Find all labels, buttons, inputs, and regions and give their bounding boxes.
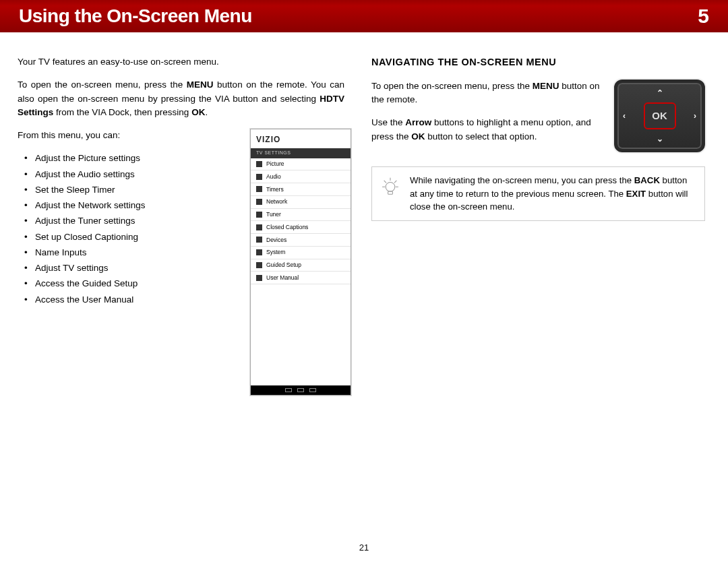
menu-row: System	[251, 247, 351, 259]
footer-icon	[285, 388, 292, 392]
svg-line-6	[394, 181, 396, 183]
footer-icon	[309, 388, 316, 392]
list-item: Set up Closed Captioning	[35, 230, 238, 244]
list-item: Access the Guided Setup	[35, 277, 238, 290]
section-heading: NAVIGATING THE ON-SCREEN MENU	[371, 55, 705, 70]
arrow-up-icon: ⌃	[657, 87, 663, 99]
devices-icon	[256, 237, 262, 243]
lightbulb-icon	[379, 177, 402, 199]
menu-row: Closed Captions	[251, 221, 351, 234]
vizio-brand: VIZIO	[251, 129, 351, 148]
from-this-menu: From this menu, you can:	[18, 129, 238, 142]
svg-rect-1	[388, 191, 393, 194]
remote-ok-pad: ⌃ ⌄ ‹ › OK	[614, 80, 705, 152]
tv-menu-footer	[251, 385, 351, 395]
guided-setup-icon	[256, 262, 262, 268]
svg-point-0	[386, 182, 395, 191]
list-item: Set the Sleep Timer	[35, 183, 238, 197]
page-number: 21	[359, 542, 369, 553]
left-column: Your TV features an easy-to-use on-scree…	[18, 55, 351, 396]
nav-p2: Use the Arrow buttons to highlight a men…	[371, 116, 603, 144]
capabilities-list: Adjust the Picture settings Adjust the A…	[18, 152, 238, 307]
page-body: Your TV features an easy-to-use on-scree…	[0, 32, 728, 396]
arrow-left-icon: ‹	[623, 110, 626, 122]
audio-icon	[256, 174, 262, 180]
list-item: Name Inputs	[35, 246, 238, 259]
network-icon	[256, 199, 262, 205]
list-item: Adjust TV settings	[35, 261, 238, 275]
ok-button-graphic: OK	[644, 102, 676, 129]
menu-row: Picture	[251, 158, 351, 171]
chapter-banner: Using the On-Screen Menu 5	[0, 0, 728, 32]
timers-icon	[256, 186, 262, 192]
tuner-icon	[256, 212, 262, 218]
arrow-down-icon: ⌄	[657, 133, 663, 145]
open-menu-paragraph: To open the on-screen menu, press the ME…	[18, 78, 344, 119]
arrow-right-icon: ›	[694, 110, 696, 122]
menu-row: User Manual	[251, 272, 351, 284]
user-manual-icon	[256, 275, 262, 281]
menu-row: Guided Setup	[251, 259, 351, 272]
chapter-title: Using the On-Screen Menu	[19, 5, 252, 27]
right-column: NAVIGATING THE ON-SCREEN MENU To open th…	[371, 55, 705, 396]
menu-row: Tuner	[251, 209, 351, 222]
menu-row: Timers	[251, 183, 351, 196]
cc-icon	[256, 224, 262, 230]
tip-box: While navigating the on-screen menu, you…	[371, 166, 705, 221]
list-item: Adjust the Picture settings	[35, 152, 238, 165]
tv-settings-menu: VIZIO TV SETTINGS Picture Audio Timers N…	[250, 129, 351, 396]
nav-p1: To open the on-screen menu, press the ME…	[371, 80, 603, 107]
list-item: Adjust the Network settings	[35, 199, 238, 212]
list-item: Access the User Manual	[35, 293, 238, 307]
menu-row: Devices	[251, 234, 351, 247]
svg-line-5	[384, 181, 386, 183]
intro-text: Your TV features an easy-to-use on-scree…	[18, 55, 344, 69]
menu-row: Network	[251, 196, 351, 209]
list-item: Adjust the Audio settings	[35, 168, 238, 181]
tv-settings-header: TV SETTINGS	[251, 148, 351, 158]
system-icon	[256, 249, 262, 255]
footer-icon	[297, 388, 304, 392]
list-item: Adjust the Tuner settings	[35, 214, 238, 228]
picture-icon	[256, 161, 262, 167]
menu-row: Audio	[251, 170, 351, 183]
chapter-number: 5	[698, 5, 709, 28]
